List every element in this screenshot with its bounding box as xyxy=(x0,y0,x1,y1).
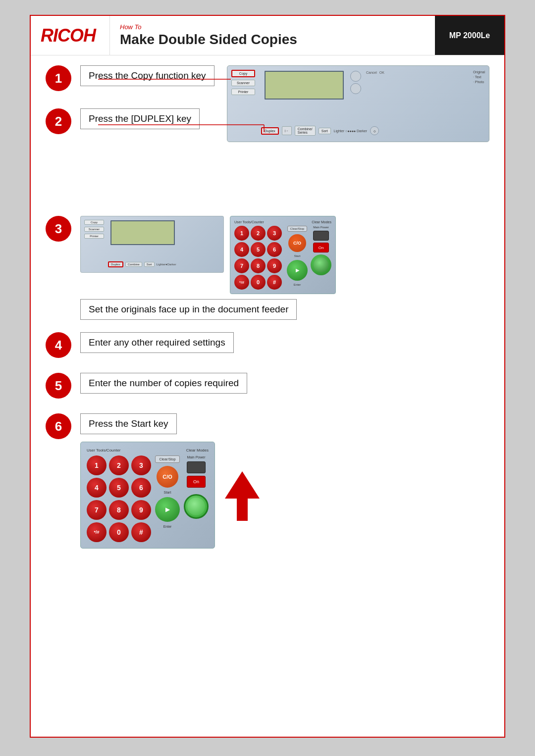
on-btn-large[interactable]: On xyxy=(187,476,206,488)
main-power-sm: Main Power xyxy=(313,226,329,229)
co-large[interactable]: C/O xyxy=(157,466,178,488)
cancel-ok-area: Cancel OK xyxy=(366,71,384,74)
step-4-instruction: Enter any other required settings xyxy=(80,332,234,353)
numpad-sm: User Tools/Counter Clear Modes 1 2 3 4 5 xyxy=(230,216,336,294)
num-l-7[interactable]: 7 xyxy=(87,500,107,520)
num-grid-sm: 1 2 3 4 5 6 7 8 9 */# xyxy=(234,226,282,290)
clear-stop-btn[interactable]: Clear/Stop xyxy=(287,226,307,232)
step-4-row: 4 Enter any other required settings xyxy=(46,332,489,358)
step-5-body: Enter the number of copies required xyxy=(80,373,489,394)
num-l-6[interactable]: 6 xyxy=(131,478,151,498)
copier-panel-12: Copy Scanner Printer Cancel OK xyxy=(227,65,489,152)
num-l-8[interactable]: 8 xyxy=(109,500,129,520)
sort-sm[interactable]: Sort xyxy=(144,262,155,267)
step-5-instruction: Enter the number of copies required xyxy=(80,373,247,394)
logo-area: RICOH xyxy=(31,16,110,55)
step-3-section: 3 Copy Scanner Printer xyxy=(46,216,489,320)
main-power-btn-large[interactable] xyxy=(187,461,206,473)
user-tools-sm: User Tools/Counter xyxy=(234,220,264,224)
num-l-4[interactable]: 4 xyxy=(87,478,107,498)
num-4[interactable]: 4 xyxy=(234,242,249,257)
num-8[interactable]: 8 xyxy=(251,258,266,273)
step-5-row: 5 Enter the number of copies required xyxy=(46,373,489,399)
combine-btn[interactable]: Combine/Series xyxy=(295,126,316,136)
original-labels: Original · Text · Photo xyxy=(473,70,485,84)
step-6-instruction: Press the Start key xyxy=(80,413,177,434)
step-4-number: 4 xyxy=(46,332,71,358)
num-hash[interactable]: # xyxy=(267,275,282,290)
num-grid-large: 1 2 3 4 5 6 7 8 9 * xyxy=(87,455,151,542)
copy-key-sm[interactable]: Copy xyxy=(84,220,104,225)
num-l-star[interactable]: */# xyxy=(87,522,107,542)
num-6[interactable]: 6 xyxy=(267,242,282,257)
lighter-darker-label: Lighter ○●●●● Darker xyxy=(334,129,367,133)
numpad-large: User Tools/Counter Clear Modes 1 2 3 xyxy=(80,442,215,549)
step-3-content: Copy Scanner Printer Duplex Combine Sort… xyxy=(80,216,489,294)
num-9[interactable]: 9 xyxy=(267,258,282,273)
num-l-3[interactable]: 3 xyxy=(131,455,151,475)
start-circle-large[interactable] xyxy=(184,494,209,519)
bottom-row: Duplex |→ Combine/Series Sort Lighter ○●… xyxy=(261,126,379,136)
steps-1-2-section: 1 Press the Copy function key 2 Press th… xyxy=(46,65,489,147)
sort-btn[interactable]: Sort xyxy=(319,128,331,134)
step-5-number: 5 xyxy=(46,373,71,399)
scanner-key-sm[interactable]: Scanner xyxy=(84,227,104,232)
power-area-large: Main Power On xyxy=(184,455,209,542)
num-1[interactable]: 1 xyxy=(234,226,249,241)
numpad-large-inner: 1 2 3 4 5 6 7 8 9 * xyxy=(87,455,209,542)
num-3[interactable]: 3 xyxy=(267,226,282,241)
num-7[interactable]: 7 xyxy=(234,258,249,273)
num-l-9[interactable]: 9 xyxy=(131,500,151,520)
enter-label-large: Enter xyxy=(163,525,172,528)
scanner-key[interactable]: Scanner xyxy=(231,80,255,86)
num-l-0[interactable]: 0 xyxy=(109,522,129,542)
header: RICOH How To Make Double Sided Copies MP… xyxy=(31,16,504,55)
start-large[interactable]: ▶ xyxy=(155,497,180,522)
clear-stop-large[interactable]: Clear/Stop xyxy=(155,455,179,463)
start-large-btn[interactable] xyxy=(311,254,331,275)
power-area-sm: Main Power On xyxy=(311,226,331,275)
main-power-btn[interactable] xyxy=(313,231,329,241)
lcd-sm xyxy=(110,220,175,245)
start-btn-sm[interactable]: ▶ xyxy=(287,260,308,281)
copy-key[interactable]: Copy xyxy=(231,70,255,77)
printer-key-sm[interactable]: Printer xyxy=(84,234,104,239)
panel-sm-left: Copy Scanner Printer Duplex Combine Sort… xyxy=(80,216,224,273)
duplex-sm[interactable]: Duplex xyxy=(108,261,123,267)
red-arrow-head xyxy=(225,471,260,499)
num-5[interactable]: 5 xyxy=(251,242,266,257)
num-star[interactable]: */# xyxy=(234,275,249,290)
steps-container: 1 Press the Copy function key 2 Press th… xyxy=(31,55,504,571)
step-6-body: Press the Start key User Tools/Counter C… xyxy=(80,413,489,549)
nav-buttons xyxy=(350,71,361,94)
ok-label: OK xyxy=(379,71,384,74)
lighter-sm: Lighter●Darker xyxy=(157,263,176,266)
model-label: MP 2000Le xyxy=(435,16,504,55)
how-to-label: How To xyxy=(120,23,425,31)
num-0[interactable]: 0 xyxy=(251,275,266,290)
dial-btn[interactable]: ◇ xyxy=(370,126,379,135)
num-l-hash[interactable]: # xyxy=(131,522,151,542)
start-inner xyxy=(314,257,328,272)
numpad-top: User Tools/Counter Clear Modes xyxy=(234,220,331,224)
num-l-5[interactable]: 5 xyxy=(109,478,129,498)
step-4-body: Enter any other required settings xyxy=(80,332,489,353)
ricoh-logo: RICOH xyxy=(41,25,96,46)
duplex-btn[interactable]: Duplex xyxy=(261,127,279,135)
on-btn-sm[interactable]: On xyxy=(313,243,329,252)
combine-sm[interactable]: Combine xyxy=(125,262,142,267)
start-circle-inner xyxy=(187,498,205,515)
num-l-2[interactable]: 2 xyxy=(109,455,129,475)
num-2[interactable]: 2 xyxy=(251,226,266,241)
start-label-large: Start xyxy=(164,491,171,494)
step-2-instruction: Press the [DUPLEX] key xyxy=(80,108,200,129)
arrow-btn[interactable]: |→ xyxy=(282,126,292,135)
step-3-row: 3 Copy Scanner Printer xyxy=(46,216,489,320)
num-l-1[interactable]: 1 xyxy=(87,455,107,475)
printer-key[interactable]: Printer xyxy=(231,89,255,95)
nav-btn-1[interactable] xyxy=(350,71,361,82)
numpad-large-top: User Tools/Counter Clear Modes xyxy=(87,448,209,453)
nav-btn-2[interactable] xyxy=(350,83,361,94)
step-1-number: 1 xyxy=(46,65,71,91)
co-btn[interactable]: C/O xyxy=(288,234,306,252)
